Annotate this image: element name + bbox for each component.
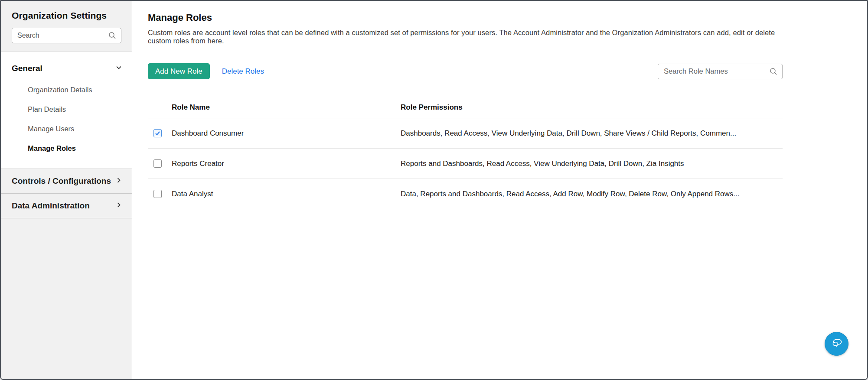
table-row[interactable]: Reports Creator Reports and Dashboards, … [148,149,783,179]
row-checkbox[interactable] [153,129,162,137]
add-new-role-button[interactable]: Add New Role [148,63,210,79]
sidebar-item-organization-details[interactable]: Organization Details [12,80,122,100]
sidebar-section-data-administration[interactable]: Data Administration [1,193,132,218]
sidebar-group-general-label: General [12,64,42,73]
role-search-input[interactable] [658,64,783,79]
manage-roles-panel: Manage Roles Custom roles are account le… [132,1,868,379]
chat-icon [830,337,843,351]
page-title: Manage Roles [148,12,783,23]
sidebar-title: Organization Settings [12,10,121,21]
sidebar-section-controls-label: Controls / Configurations [12,176,111,186]
sidebar-item-manage-users[interactable]: Manage Users [12,119,122,139]
chevron-down-icon [115,64,122,73]
table-row[interactable]: Data Analyst Data, Reports and Dashboard… [148,179,783,209]
table-row[interactable]: Dashboard Consumer Dashboards, Read Acce… [148,118,783,149]
roles-toolbar: Add New Role Delete Roles [148,63,783,79]
column-header-role-name: Role Name [172,103,401,112]
sidebar-search [12,28,121,43]
chevron-right-icon [115,177,122,185]
role-name: Data Analyst [172,190,401,198]
role-permissions: Dashboards, Read Access, View Underlying… [401,129,783,138]
chat-support-button[interactable] [825,332,848,356]
delete-roles-link[interactable]: Delete Roles [222,67,264,76]
sidebar-item-plan-details[interactable]: Plan Details [12,100,122,119]
sidebar-section-controls-configurations[interactable]: Controls / Configurations [1,169,132,193]
app-window: Organization Settings General [0,0,868,380]
row-checkbox[interactable] [153,190,162,198]
sidebar-group-general: General Organization Details Plan Detail… [1,51,132,169]
roles-table: Role Name Role Permissions Dashboard Con… [148,97,783,209]
search-icon [769,67,778,78]
role-permissions: Data, Reports and Dashboards, Read Acces… [401,190,783,198]
settings-sidebar: Organization Settings General [1,1,132,379]
role-name: Reports Creator [172,159,401,168]
column-header-role-permissions: Role Permissions [401,103,783,112]
sidebar-general-items: Organization Details Plan Details Manage… [12,80,122,158]
sidebar-search-input[interactable] [12,28,121,43]
sidebar-filler [1,218,132,379]
roles-table-header: Role Name Role Permissions [148,97,783,118]
page-description: Custom roles are account level roles tha… [148,29,783,45]
chevron-right-icon [115,201,122,210]
role-search [658,64,783,79]
role-permissions: Reports and Dashboards, Read Access, Vie… [401,159,783,168]
sidebar-group-general-header[interactable]: General [12,60,122,77]
sidebar-section-data-admin-label: Data Administration [12,201,90,211]
sidebar-header: Organization Settings [1,1,132,51]
row-checkbox[interactable] [153,159,162,168]
search-icon [108,31,117,42]
sidebar-item-manage-roles[interactable]: Manage Roles [12,139,122,158]
role-name: Dashboard Consumer [172,129,401,138]
